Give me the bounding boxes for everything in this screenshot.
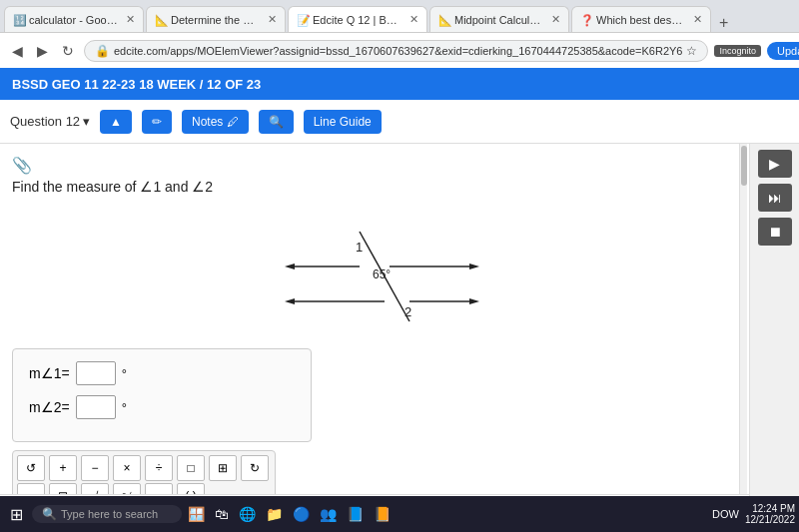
grid-box-button[interactable]: ⊞: [209, 455, 237, 481]
input-section: m∠1= ° m∠2= °: [12, 348, 312, 442]
search-icon: 🔍: [42, 507, 57, 521]
undo-button[interactable]: ↺: [17, 455, 45, 481]
attachment-icon[interactable]: 📎: [12, 156, 737, 175]
taskbar-app-icons: 🪟 🛍 🌐 📁 🔵 👥 📘 📙: [185, 504, 394, 524]
tab-edcite[interactable]: 📝 Edcite Q 12 | BSSD Gl... ✕: [288, 6, 427, 32]
question-text: Find the measure of ∠1 and ∠2: [12, 179, 737, 195]
redo-button[interactable]: ↻: [241, 455, 269, 481]
taskbar-dow-label: DOW: [712, 508, 739, 520]
incognito-badge: Incognito: [714, 45, 761, 57]
tab-label-4: Midpoint Calculator: [454, 14, 545, 26]
play-button[interactable]: ▶: [758, 150, 792, 178]
lock-icon: 🔒: [95, 44, 110, 58]
pointer-tool-button[interactable]: ▲: [100, 110, 132, 134]
taskbar-clock: 12:24 PM 12/21/2022: [745, 503, 795, 525]
tab-favicon-5: ❓: [580, 14, 592, 26]
notes-button[interactable]: Notes 🖊: [182, 110, 249, 134]
scrollbar-thumb[interactable]: [741, 146, 747, 186]
geometry-diagram: 1 2 65°: [265, 207, 484, 336]
scrollbar[interactable]: [739, 144, 747, 494]
tab-label: calculator - Google Se...: [29, 14, 120, 26]
taskbar-search-bar[interactable]: 🔍 Type here to search: [32, 505, 182, 523]
taskbar-teams-icon[interactable]: 👥: [317, 504, 340, 524]
tab-close-icon-4[interactable]: ✕: [551, 13, 560, 26]
taskbar-store-icon[interactable]: 🛍: [212, 504, 232, 524]
box-button[interactable]: □: [177, 455, 205, 481]
tab-close-icon-3[interactable]: ✕: [409, 13, 418, 26]
degree-symbol-1: °: [122, 366, 127, 381]
m1-label: m∠1=: [29, 365, 70, 381]
multiply-button[interactable]: ×: [113, 455, 141, 481]
taskbar-edge-icon[interactable]: 🌐: [236, 504, 259, 524]
taskbar-folder-icon[interactable]: 📁: [263, 504, 286, 524]
page-content: BSSD GEO 11 22-23 18 WEEK / 12 OF 23 Que…: [0, 68, 799, 532]
tab-determine[interactable]: 📐 Determine the measu... ✕: [146, 6, 286, 32]
question-bar: Question 12 ▾ ▲ ✏ Notes 🖊 🔍 Line Guide: [0, 100, 799, 144]
svg-text:65°: 65°: [373, 267, 391, 281]
taskbar-date: 12/21/2022: [745, 514, 795, 525]
magnify-button[interactable]: 🔍: [259, 110, 294, 134]
tab-close-icon-2[interactable]: ✕: [268, 13, 277, 26]
taskbar-chrome-icon[interactable]: 🔵: [290, 504, 313, 524]
stop-button[interactable]: ⏹: [758, 218, 792, 246]
content-area: 📎 Find the measure of ∠1 and ∠2: [0, 144, 749, 532]
tab-calculator[interactable]: 🔢 calculator - Google Se... ✕: [4, 6, 144, 32]
svg-text:2: 2: [404, 304, 411, 319]
start-button[interactable]: ⊞: [4, 503, 29, 526]
pencil-icon: ✏: [152, 115, 162, 129]
m1-input[interactable]: [76, 361, 116, 385]
taskbar-search-text: Type here to search: [61, 508, 158, 520]
url-bar[interactable]: 🔒 edcite.com/apps/MOElemViewer?assignid=…: [84, 40, 708, 62]
magnify-icon: 🔍: [269, 115, 284, 129]
svg-marker-3: [285, 264, 295, 269]
svg-text:1: 1: [356, 240, 363, 255]
right-panel: ▶ ⏭ ⏹: [749, 144, 799, 532]
question-number: Question 12: [10, 114, 80, 129]
degree-symbol-2: °: [122, 400, 127, 415]
question-text-label: Find the measure of ∠1 and ∠2: [12, 179, 213, 195]
minus-button[interactable]: −: [81, 455, 109, 481]
forward-nav-button[interactable]: ▶: [33, 41, 52, 61]
update-button[interactable]: Update: [767, 42, 799, 60]
taskbar-time: 12:24 PM: [745, 503, 795, 514]
taskbar-ppt-icon[interactable]: 📙: [371, 504, 394, 524]
taskbar-word-icon[interactable]: 📘: [344, 504, 367, 524]
tab-midpoint[interactable]: 📐 Midpoint Calculator ✕: [429, 6, 569, 32]
input-row-2: m∠2= °: [29, 395, 295, 419]
svg-marker-2: [469, 264, 479, 269]
divide-button[interactable]: ÷: [145, 455, 173, 481]
taskbar-tray: DOW 12:24 PM 12/21/2022: [712, 503, 795, 525]
plus-button[interactable]: +: [49, 455, 77, 481]
taskbar-windows-icon[interactable]: 🪟: [185, 504, 208, 524]
tab-favicon-2: 📐: [155, 14, 167, 26]
new-tab-button[interactable]: +: [713, 14, 734, 32]
tab-close-icon-5[interactable]: ✕: [693, 13, 702, 26]
svg-marker-7: [469, 298, 479, 304]
reload-button[interactable]: ↻: [58, 41, 78, 61]
tab-label-2: Determine the measu...: [171, 14, 262, 26]
page-header: BSSD GEO 11 22-23 18 WEEK / 12 OF 23: [0, 68, 799, 100]
tab-favicon-4: 📐: [438, 14, 450, 26]
tab-label-5: Which best describes ...: [596, 14, 687, 26]
page-title: BSSD GEO 11 22-23 18 WEEK / 12 OF 23: [12, 77, 261, 92]
question-label[interactable]: Question 12 ▾: [10, 114, 90, 129]
input-row-1: m∠1= °: [29, 361, 295, 385]
pencil-tool-button[interactable]: ✏: [142, 110, 172, 134]
line-guide-button[interactable]: Line Guide: [304, 110, 382, 134]
back-nav-button[interactable]: ◀: [8, 41, 27, 61]
tab-favicon-3: 📝: [297, 14, 309, 26]
fast-forward-button[interactable]: ⏭: [758, 184, 792, 212]
tab-label-3: Edcite Q 12 | BSSD Gl...: [313, 14, 403, 26]
tab-close-icon[interactable]: ✕: [126, 13, 135, 26]
address-bar: ◀ ▶ ↻ 🔒 edcite.com/apps/MOElemViewer?ass…: [0, 32, 799, 68]
m2-label: m∠2=: [29, 399, 70, 415]
geometry-svg: 1 2 65°: [265, 207, 484, 336]
tab-favicon: 🔢: [13, 14, 25, 26]
star-icon: ☆: [686, 44, 697, 58]
tab-which[interactable]: ❓ Which best describes ... ✕: [571, 6, 711, 32]
url-text: edcite.com/apps/MOElemViewer?assignid=bs…: [114, 45, 682, 57]
m2-input[interactable]: [76, 395, 116, 419]
pointer-icon: ▲: [110, 115, 122, 129]
notes-label: Notes 🖊: [192, 115, 239, 129]
main-area: 📎 Find the measure of ∠1 and ∠2: [0, 144, 799, 532]
